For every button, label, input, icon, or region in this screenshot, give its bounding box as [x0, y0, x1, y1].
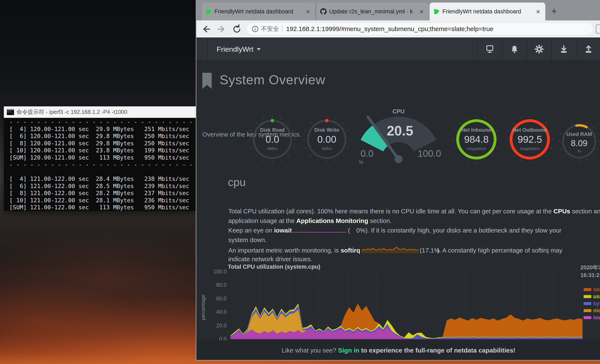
forward-button[interactable] [216, 23, 227, 35]
monitor-icon [485, 44, 495, 54]
tab-strip: FriendlyWrt netdata dashboard × Update r… [196, 0, 600, 20]
svg-text:20.5: 20.5 [387, 123, 413, 139]
svg-text:Used RAM: Used RAM [566, 131, 592, 137]
tab-netdata-2-active[interactable]: FriendlyWrt netdata dashboard × [430, 2, 545, 20]
terminal-line: [ 10] 120.00-121.00 sec 23.8 MBytes 199 … [9, 147, 196, 154]
cpu-description-line5: An important metric worth monitoring, is… [228, 245, 562, 255]
url-text[interactable]: 192.168.2.1:19999/#menu_system_submenu_c… [286, 25, 493, 33]
softirq-value: 17.1% [422, 246, 437, 255]
legend-item[interactable]: use [584, 293, 600, 300]
gauge-dot [325, 119, 328, 122]
cpu-utilization-chart[interactable] [230, 271, 582, 339]
terminal-titlebar[interactable]: C:\_ 命令提示符 - iperf3 -c 192.168.1.2 -P4 -… [4, 106, 196, 118]
legend-label: iow [593, 314, 600, 321]
export-snapshot-button[interactable] [576, 37, 600, 61]
svg-text:0.00: 0.00 [317, 134, 336, 145]
gear-icon [534, 44, 544, 54]
signin-text: Like what you see? Sign in to experience… [282, 347, 516, 354]
github-icon [320, 8, 327, 15]
close-icon[interactable]: × [535, 8, 542, 15]
applications-monitoring-link[interactable]: Applications Monitoring [296, 217, 368, 224]
netdata-page: FriendlyWrt [196, 37, 600, 361]
reload-button[interactable] [231, 23, 242, 35]
svg-text:%: % [577, 149, 581, 153]
legend-item[interactable]: soft [584, 286, 600, 293]
svg-text:Disk Read: Disk Read [260, 127, 285, 133]
terminal-line: [SUM] 120.00-121.00 sec 113 MBytes 950 M… [9, 154, 196, 161]
y-axis-tick: 40.0 [208, 309, 227, 315]
navbar-divider [207, 37, 208, 61]
new-tab-button[interactable]: + [551, 6, 557, 16]
tab-github[interactable]: Update r2s_lean_minimal.yml · k × [316, 2, 429, 20]
gauge-cpu[interactable]: CPU 20.5 0.0 % 100.0 [356, 107, 445, 171]
terminal-line: [ 6] 120.00-121.00 sec 29.8 MBytes 250 M… [9, 132, 196, 140]
terminal-window[interactable]: C:\_ 命令提示符 - iperf3 -c 192.168.1.2 -P4 -… [4, 106, 196, 211]
legend-swatch [584, 295, 591, 298]
svg-text:%: % [359, 159, 363, 165]
browser-window: FriendlyWrt netdata dashboard × Update r… [196, 0, 600, 361]
legend-item[interactable]: iow [584, 314, 600, 321]
svg-text:984.8: 984.8 [464, 134, 488, 145]
svg-text:Disk Write: Disk Write [314, 127, 339, 133]
legend-label: use [593, 293, 600, 300]
cmd-icon: C:\_ [7, 109, 14, 115]
svg-text:992.5: 992.5 [517, 134, 542, 145]
gauge-dot [271, 119, 274, 122]
y-axis-tick: 100.0 [208, 269, 227, 275]
legend-item[interactable]: nice [584, 307, 600, 314]
cpu-description-line1: Total CPU utilization (all cores). 100% … [228, 207, 600, 215]
close-icon[interactable]: × [304, 8, 311, 15]
tab-netdata-1[interactable]: FriendlyWrt netdata dashboard × [202, 2, 315, 20]
y-axis-tick: 20.0 [208, 323, 227, 329]
tab-title: Update r2s_lean_minimal.yml · k [329, 8, 415, 15]
back-button[interactable] [201, 23, 212, 35]
cpus-link[interactable]: CPUs [553, 208, 570, 215]
gauge-disk-write[interactable]: Disk Write 0.00 MiB/s [301, 114, 352, 165]
legend-label: sys [593, 300, 600, 307]
svg-text:Net Inbound: Net Inbound [461, 127, 491, 133]
terminal-line: - - - - - - - - - - - - - - - - - - - - … [9, 118, 196, 126]
chart-legend: softusesysniceiow [584, 286, 600, 321]
bell-icon [509, 44, 520, 54]
brand-label: FriendlyWrt [216, 45, 253, 53]
address-bar[interactable]: 不安全 192.168.2.1:19999/#menu_system_subme… [247, 23, 593, 35]
legend-swatch [584, 316, 591, 319]
terminal-title: 命令提示符 - iperf3 -c 192.168.1.2 -P4 -t1000 [17, 108, 127, 116]
softirq-sparkline [362, 245, 419, 253]
y-axis-label: percentage [200, 295, 206, 320]
settings-button[interactable] [527, 37, 551, 61]
tab-title: FriendlyWrt netdata dashboard [215, 8, 301, 15]
cpu-description-line4: system down. [228, 236, 267, 244]
browser-toolbar: 不安全 192.168.2.1:19999/#menu_system_subme… [196, 20, 600, 37]
download-icon [559, 44, 569, 54]
close-icon[interactable]: × [418, 8, 425, 15]
upload-icon [583, 44, 594, 54]
chart-title: Total CPU utilization (system.cpu) [228, 264, 320, 270]
alarms-button[interactable] [502, 37, 527, 61]
bookmark-icon [202, 73, 212, 90]
gauge-net-inbound[interactable]: Net Inbound 984.8 megabits/s [451, 114, 502, 165]
print-dashboard-button[interactable] [478, 37, 502, 61]
svg-text:megabits/s: megabits/s [520, 146, 540, 151]
terminal-line: [ 8] 121.00-122.00 sec 28.2 MBytes 237 M… [9, 190, 196, 197]
svg-text:MiB/s: MiB/s [322, 146, 332, 151]
extension-icon[interactable] [596, 24, 600, 34]
terminal-line: [ 10] 121.00-122.00 sec 28.1 MBytes 236 … [9, 197, 196, 204]
import-snapshot-button[interactable] [552, 37, 576, 61]
legend-item[interactable]: sys [584, 300, 600, 307]
y-axis-tick: 60.0 [208, 296, 227, 302]
gauge-used-ram[interactable]: Used RAM 8.09 % [554, 116, 600, 167]
netdata-icon [433, 8, 440, 15]
tab-divider [316, 6, 316, 17]
sign-in-link[interactable]: Sign in [338, 347, 359, 354]
brand-dropdown[interactable]: FriendlyWrt [216, 37, 261, 61]
terminal-output: - - - - - - - - - - - - - - - - - - - - … [4, 118, 196, 211]
gauge-disk-read[interactable]: Disk Read 0.0 MiB/s [247, 114, 298, 165]
info-icon[interactable] [251, 25, 259, 33]
cpu-description-line3: Keep an eye on iowait(0%). If it is cons… [228, 226, 562, 235]
cpu-description-line6: indicate network driver issues. [228, 255, 312, 263]
gauge-net-outbound[interactable]: Net Outbound 992.5 megabits/s [504, 114, 555, 165]
svg-text:MiB/s: MiB/s [267, 146, 277, 151]
terminal-line [9, 168, 196, 176]
legend-swatch [584, 288, 591, 291]
